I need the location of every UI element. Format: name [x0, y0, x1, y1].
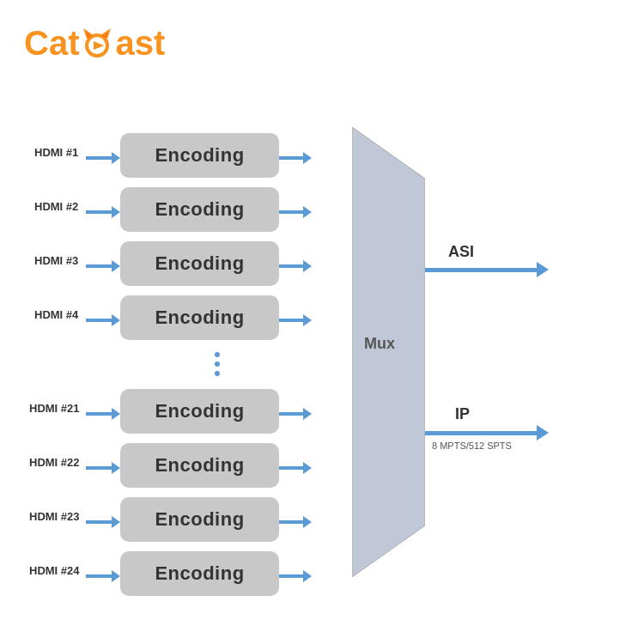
arrow-out-1 [279, 206, 312, 218]
hdmi-label-3: HDMI #4 [34, 308, 78, 321]
arrow-in-1 [86, 206, 120, 218]
arrow-out-4 [279, 408, 312, 420]
hdmi-label-2: HDMI #3 [34, 254, 78, 267]
output-arrow-asi [425, 262, 549, 277]
arrow-out-0 [279, 152, 312, 164]
logo: Cat ast [24, 24, 165, 63]
arrow-in-0 [86, 152, 120, 164]
encoding-box-6: Encoding [120, 497, 279, 542]
hdmi-label-4: HDMI #21 [29, 402, 80, 415]
output-label-asi: ASI [448, 243, 474, 261]
arrow-out-6 [279, 516, 312, 528]
hdmi-label-5: HDMI #22 [29, 456, 80, 469]
arrow-in-5 [86, 462, 120, 474]
hdmi-label-6: HDMI #23 [29, 510, 80, 523]
output-sublabel-ip: 8 MPTS/512 SPTS [432, 440, 512, 451]
encoding-box-5: Encoding [120, 443, 279, 488]
arrow-out-5 [279, 462, 312, 474]
arrow-out-7 [279, 570, 312, 582]
arrow-out-3 [279, 314, 312, 326]
logo-cat-icon [80, 27, 114, 61]
arrow-in-7 [86, 570, 120, 582]
encoding-box-3: Encoding [120, 295, 279, 340]
arrow-out-2 [279, 260, 312, 272]
encoding-box-2: Encoding [120, 241, 279, 286]
arrow-in-2 [86, 260, 120, 272]
hdmi-label-1: HDMI #2 [34, 200, 78, 213]
encoding-box-0: Encoding [120, 133, 279, 178]
mux-label: Mux [364, 335, 395, 353]
encoding-box-7: Encoding [120, 551, 279, 596]
hdmi-label-0: HDMI #1 [34, 146, 78, 159]
output-label-ip: IP [455, 405, 470, 423]
logo-cat-text: Cat [24, 24, 79, 63]
hdmi-label-7: HDMI #24 [29, 564, 80, 577]
arrow-in-4 [86, 408, 120, 420]
arrow-in-3 [86, 314, 120, 326]
output-arrow-ip [425, 425, 549, 440]
arrow-in-6 [86, 516, 120, 528]
diagram: Mux HDMI #1 Encoding HDMI #2 Encoding HD… [0, 103, 644, 644]
dot-separator [215, 352, 220, 376]
encoding-box-1: Encoding [120, 187, 279, 232]
logo-ast-text: ast [115, 24, 165, 63]
encoding-box-4: Encoding [120, 389, 279, 434]
